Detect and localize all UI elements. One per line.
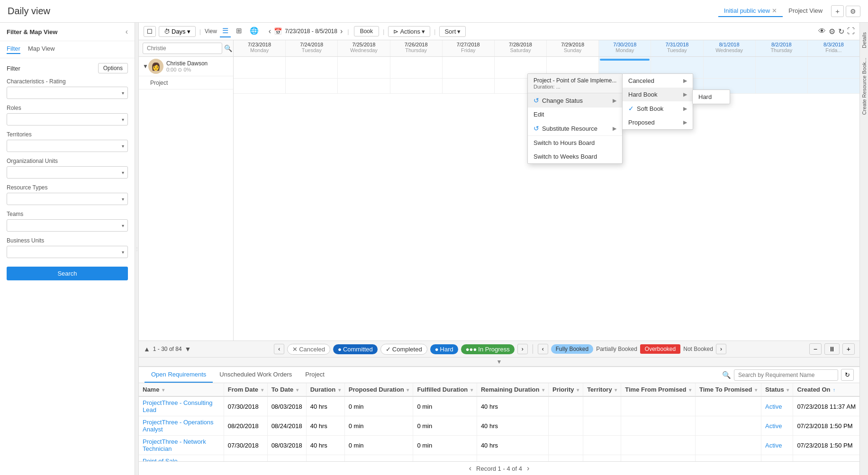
col-name-filter[interactable]: ▾ xyxy=(162,387,164,393)
completed-check-icon: ✓ xyxy=(386,346,391,353)
col-fulfilled-duration-filter[interactable]: ▾ xyxy=(470,387,473,393)
context-menu-item-substituteresource[interactable]: ↺ Substitute Resource ▶ xyxy=(528,121,622,135)
status-link-2[interactable]: Active xyxy=(765,442,782,449)
view-toggle-btn[interactable]: 👁 xyxy=(818,27,826,36)
resource-search-btn[interactable]: 🔍 xyxy=(224,45,232,52)
table-refresh-btn[interactable]: ↻ xyxy=(841,369,854,381)
prev-booking-btn[interactable]: ‹ xyxy=(538,344,548,354)
submenu-item-proposed[interactable]: Proposed ▶ xyxy=(623,116,693,129)
resource-name: Christie Dawson xyxy=(166,60,208,67)
pause-btn[interactable]: ⏸ xyxy=(824,343,840,355)
req-link-0[interactable]: ProjectThree - Consulting Lead xyxy=(143,399,212,413)
toggle-bottom-btn[interactable]: ▼ xyxy=(497,358,502,365)
next-page-btn[interactable]: › xyxy=(517,344,528,354)
filter-teams-select[interactable] xyxy=(7,219,128,232)
table-next-btn[interactable]: › xyxy=(527,464,529,473)
col-fromdate-filter[interactable]: ▾ xyxy=(261,387,263,393)
settings-gear-btn[interactable]: ⚙ xyxy=(829,27,835,36)
context-menu-item-weeksboard[interactable]: Switch to Weeks Board xyxy=(528,150,622,163)
fullscreen-btn[interactable]: ⛶ xyxy=(847,27,855,36)
status-link-0[interactable]: Active xyxy=(765,403,782,410)
prev-date-btn[interactable]: ‹ xyxy=(269,27,271,36)
tab-initial-public-view[interactable]: Initial public view ✕ xyxy=(718,5,783,17)
tab-project-view[interactable]: Project View xyxy=(783,5,828,17)
submenu-item-canceled[interactable]: Canceled ▶ xyxy=(623,74,693,88)
pagination-right: − ⏸ + xyxy=(809,343,855,355)
collapse-all-btn[interactable]: ▼ xyxy=(185,345,191,353)
fully-booked-label: Fully Booked xyxy=(551,344,593,354)
sidebar-tab-mapview[interactable]: Map View xyxy=(28,45,55,54)
filter-org-units-select[interactable] xyxy=(7,166,128,179)
col-status-filter[interactable]: ▾ xyxy=(787,387,789,393)
col-todate-filter[interactable]: ▾ xyxy=(296,387,298,393)
booking-event[interactable] xyxy=(600,59,650,61)
tab-unscheduled-work-orders[interactable]: Unscheduled Work Orders xyxy=(213,367,298,383)
add-tab-btn[interactable]: + xyxy=(831,5,844,17)
submenu-item-hardbook[interactable]: Hard Book ▶ xyxy=(623,88,693,101)
col-territory-filter[interactable]: ▾ xyxy=(615,387,617,393)
col-created-on-sort[interactable]: ↑ xyxy=(833,387,835,393)
details-label: Details xyxy=(861,32,867,48)
sort-btn[interactable]: Sort ▾ xyxy=(439,26,466,37)
refresh-toolbar-btn[interactable]: ↻ xyxy=(838,27,844,36)
right-panel[interactable]: Details Create Resource Book... xyxy=(859,23,868,475)
table-search-icon-btn[interactable]: 🔍 xyxy=(722,371,731,379)
sidebar-tab-filter[interactable]: Filter xyxy=(7,45,20,54)
sidebar-collapse-btn[interactable]: ‹ xyxy=(126,27,128,36)
days-btn[interactable]: ⏱ Days ▾ xyxy=(159,26,196,37)
resource-search-input[interactable] xyxy=(143,43,222,54)
tab-open-requirements[interactable]: Open Requirements xyxy=(145,367,213,383)
filter-business-units-select[interactable] xyxy=(7,246,128,258)
page-header: Daily view Initial public view ✕ Project… xyxy=(0,0,868,23)
sidebar: Filter & Map View ‹ Filter Map View Filt… xyxy=(0,23,135,475)
requirement-search-input[interactable] xyxy=(734,369,838,381)
options-btn[interactable]: Options xyxy=(98,63,128,73)
search-btn[interactable]: Search xyxy=(7,267,128,280)
row-selector-btn[interactable]: ☐ xyxy=(144,26,156,37)
context-menu-item-hoursboard[interactable]: Switch to Hours Board xyxy=(528,135,622,150)
table-prev-btn[interactable]: ‹ xyxy=(469,464,471,473)
req-link-1[interactable]: ProjectThree - Operations Analyst xyxy=(143,419,214,433)
grid-view-btn[interactable]: ⊞ xyxy=(234,25,244,37)
next-booking-btn[interactable]: › xyxy=(716,344,726,354)
actions-btn[interactable]: ⊳ Actions ▾ xyxy=(388,26,430,37)
calendar-icon-btn[interactable]: 📅 xyxy=(274,27,282,35)
prev-page-btn[interactable]: ‹ xyxy=(274,344,284,354)
filter-resource-types-select[interactable] xyxy=(7,193,128,205)
status-link-1[interactable]: Active xyxy=(765,422,782,430)
sidebar-resize-handle[interactable]: ⋮ xyxy=(135,23,139,475)
actions-icon: ⊳ xyxy=(393,28,398,35)
col-proposed-duration-filter[interactable]: ▾ xyxy=(407,387,409,393)
filter-territories-select[interactable] xyxy=(7,140,128,152)
filter-roles-select[interactable] xyxy=(7,113,128,125)
req-link-2[interactable]: ProjectThree - Network Technician xyxy=(143,438,206,452)
col-priority-filter[interactable]: ▾ xyxy=(577,387,579,393)
filter-characteristics-select[interactable] xyxy=(7,87,128,99)
next-date-btn[interactable]: › xyxy=(340,27,343,36)
resource-expand-btn[interactable]: ▼ xyxy=(143,63,148,70)
calendar-section: 🔍 7/23/2018 Monday 7/24/2018 Tuesday 7/2… xyxy=(139,40,859,341)
settings-btn[interactable]: ⚙ xyxy=(846,6,860,17)
requirements-table: Name ▾ From Date ▾ To Date ▾ xyxy=(139,383,859,461)
submenu-item-softbook[interactable]: ✓ Soft Book ▶ xyxy=(623,101,693,116)
globe-view-btn[interactable]: 🌐 xyxy=(247,25,261,37)
col-duration-filter[interactable]: ▾ xyxy=(338,387,341,393)
context-menu-item-edit[interactable]: Edit xyxy=(528,108,622,121)
col-remaining-duration-filter[interactable]: ▾ xyxy=(542,387,544,393)
req-link-3[interactable]: Point of Sale Implementation - O... xyxy=(143,457,200,461)
col-name: Name ▾ xyxy=(139,383,224,396)
page-title: Daily view xyxy=(8,6,50,17)
col-time-from-filter[interactable]: ▾ xyxy=(689,387,691,393)
tab-project[interactable]: Project xyxy=(298,367,331,383)
tab-close-btn[interactable]: ✕ xyxy=(772,7,777,14)
col-time-to-filter[interactable]: ▾ xyxy=(755,387,757,393)
page-info: 1 - 30 of 84 xyxy=(153,346,182,352)
context-menu-item-changestatus[interactable]: ↺ Change Status ▶ xyxy=(528,93,622,108)
pagination-center: ‹ ✕ Canceled ● Committed ✓ Completed ● H… xyxy=(274,344,726,355)
list-view-btn[interactable]: ☰ xyxy=(220,25,231,37)
zoom-out-btn[interactable]: − xyxy=(809,343,822,355)
zoom-in-btn[interactable]: + xyxy=(842,343,855,355)
book-btn[interactable]: Book xyxy=(354,26,379,36)
hard-submenu-item[interactable]: Hard xyxy=(693,90,730,104)
expand-all-btn[interactable]: ▲ xyxy=(144,345,150,353)
